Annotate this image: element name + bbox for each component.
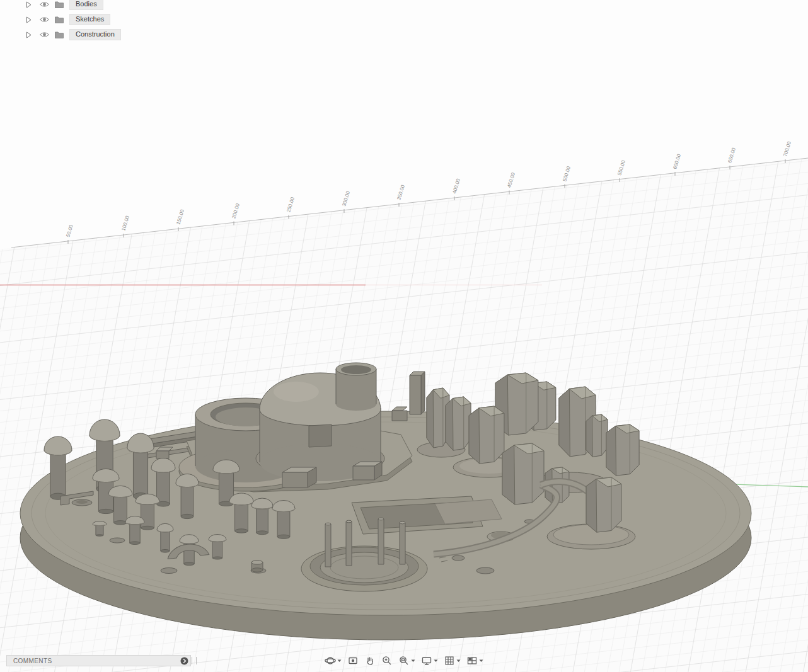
visibility-eye-icon[interactable]	[39, 14, 49, 25]
ruler-tick-label: 300.00	[341, 190, 351, 207]
chevron-down-icon	[337, 659, 342, 663]
viewport-canvas[interactable]: 50.00 100.00 150.00 200.00 250.00 300.00…	[0, 0, 808, 672]
comments-bar[interactable]: COMMENTS	[6, 655, 191, 666]
folder-icon	[54, 14, 64, 25]
zoom-icon	[381, 655, 393, 666]
ruler-tick-label: 700.00	[782, 140, 792, 157]
disclosure-triangle-icon[interactable]	[24, 0, 34, 9]
browser-item-sketches[interactable]: Sketches	[24, 12, 121, 27]
ruler-tick-label: 50.00	[65, 224, 74, 237]
grid-and-snaps-button[interactable]	[443, 654, 461, 668]
browser-item-label[interactable]: Construction	[69, 29, 121, 40]
display-settings-button[interactable]	[420, 654, 439, 668]
browser-item-construction[interactable]: Construction	[24, 27, 121, 42]
ruler-tick-label: 450.00	[506, 172, 516, 189]
zoom-window-icon	[398, 655, 410, 666]
chevron-down-icon	[411, 659, 415, 663]
rect-pillar[interactable]	[410, 372, 425, 414]
ruler-tick-label: 250.00	[286, 196, 296, 214]
zoom-window-button[interactable]	[398, 654, 416, 668]
ruler-tick-label: 650.00	[727, 147, 737, 164]
visibility-eye-icon[interactable]	[39, 30, 49, 40]
look-at-icon	[347, 655, 359, 666]
viewports-icon	[466, 655, 478, 666]
comments-resize-handle[interactable]	[192, 657, 197, 664]
browser-item-label[interactable]: Sketches	[69, 14, 110, 25]
pan-button[interactable]	[364, 654, 376, 668]
3d-viewport[interactable]: 50.00 100.00 150.00 200.00 250.00 300.00…	[0, 0, 808, 672]
folder-icon	[54, 0, 64, 9]
ruler-tick-label: 500.00	[562, 166, 572, 183]
chevron-down-icon	[434, 659, 438, 663]
zoom-button[interactable]	[381, 654, 393, 668]
navigation-toolbar	[324, 654, 484, 668]
ruler-tick-label: 100.00	[120, 215, 130, 232]
orbit-icon	[325, 655, 336, 666]
front-right-tower[interactable]	[586, 477, 621, 532]
visibility-eye-icon[interactable]	[39, 0, 49, 9]
ruler-tick-label: 400.00	[451, 178, 461, 195]
browser-tree: Bodies Sketches Construction	[24, 0, 121, 42]
folder-icon	[54, 30, 64, 40]
look-at-button[interactable]	[347, 654, 359, 668]
ruler-tick-label: 550.00	[616, 159, 626, 176]
ruler-tick-label: 350.00	[396, 184, 406, 201]
chevron-down-icon	[456, 659, 461, 663]
browser-item-bodies[interactable]: Bodies	[24, 0, 121, 12]
comments-label: COMMENTS	[13, 658, 52, 664]
ruler-tick-label: 600.00	[672, 153, 682, 170]
disclosure-triangle-icon[interactable]	[24, 14, 34, 25]
ruler-tick-label: 200.00	[231, 203, 241, 220]
ruler-tick-label: 150.00	[175, 208, 185, 225]
viewports-button[interactable]	[466, 654, 484, 668]
expand-comments-icon[interactable]	[180, 657, 188, 665]
pan-hand-icon	[364, 655, 376, 666]
display-settings-icon	[421, 655, 432, 666]
grid-icon	[444, 655, 455, 666]
chevron-down-icon	[479, 659, 483, 663]
orbit-button[interactable]	[324, 654, 342, 668]
browser-item-label[interactable]: Bodies	[69, 0, 103, 10]
disclosure-triangle-icon[interactable]	[24, 30, 34, 40]
